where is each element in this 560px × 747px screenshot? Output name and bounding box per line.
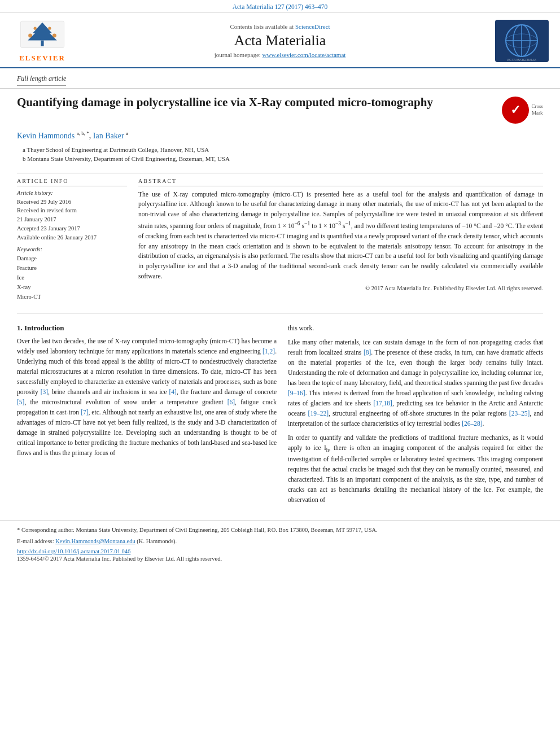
ref-19-22[interactable]: [19–22] [308, 410, 329, 417]
ref-8[interactable]: [8] [364, 349, 371, 356]
svg-point-4 [53, 34, 56, 38]
ref-7[interactable]: [7] [81, 409, 88, 416]
homepage-prefix: journal homepage: [215, 51, 262, 58]
elsevier-tree-icon [14, 19, 71, 53]
ref-26-28[interactable]: [26–28] [462, 420, 482, 427]
crossmark-label: CrossMark [531, 103, 543, 116]
keywords-label: Keywords: [17, 246, 127, 252]
sciencedirect-line: Contents lists available at ScienceDirec… [73, 23, 487, 30]
author-ian-sup: a [126, 130, 128, 136]
abstract-column: ABSTRACT The use of X-ray computed micro… [138, 178, 543, 302]
issn-text: 1359-6454/© 2017 Acta Materialia Inc. Pu… [17, 556, 543, 562]
revised-date: 21 January 2017 [17, 215, 127, 224]
abstract-text: The use of X-ray computed micro-tomograp… [138, 190, 543, 282]
article-type-section: Full length article [0, 68, 560, 89]
author-ian-link[interactable]: Ian Baker [93, 132, 124, 140]
page-container: Acta Materialia 127 (2017) 463–470 [0, 0, 560, 747]
intro-paragraph-1: Over the last two decades, the use of X-… [17, 337, 277, 458]
ref-5[interactable]: [5] [17, 399, 24, 405]
available-date: Available online 26 January 2017 [17, 233, 127, 242]
acta-materialia-logo-icon: ACTA MATERIALIA [495, 20, 549, 62]
article-history-label: Article history: [17, 190, 127, 196]
article-title-section: Quantifying damage in polycrystalline ic… [0, 89, 560, 127]
email-line: E-mail address: Kevin.Hammonds@Montana.e… [17, 537, 543, 546]
svg-rect-1 [41, 41, 43, 46]
body-left-column: 1. Introduction Over the last two decade… [17, 324, 277, 509]
journal-logo-right-section: ACTA MATERIALIA [487, 20, 549, 62]
elsevier-logo: ELSEVIER [11, 19, 73, 63]
article-title: Quantifying damage in polycrystalline ic… [17, 94, 502, 110]
affiliations-section: a Thayer School of Engineering at Dartmo… [0, 143, 560, 168]
citation-bar: Acta Materialia 127 (2017) 463–470 [0, 0, 560, 13]
keyword-microct: Micro-CT [17, 292, 127, 302]
article-info-header: ARTICLE INFO [17, 178, 127, 186]
intro-heading: 1. Introduction [17, 324, 277, 333]
journal-title: Acta Materialia [73, 32, 487, 49]
sciencedirect-link[interactable]: ScienceDirect [295, 23, 330, 30]
journal-homepage-link[interactable]: www.elsevier.com/locate/actamat [262, 51, 346, 58]
email-name: (K. Hammonds). [137, 538, 177, 544]
elsevier-label: ELSEVIER [19, 54, 65, 63]
section-divider-1 [17, 173, 543, 173]
footer-section: * Corresponding author. Montana State Un… [0, 521, 560, 565]
section-title: Introduction [24, 324, 64, 332]
elsevier-logo-section: ELSEVIER [11, 19, 73, 63]
svg-point-5 [34, 27, 37, 30]
affiliation-b: b Montana State University, Department o… [23, 154, 543, 164]
article-type-label: Full length article [17, 75, 66, 86]
svg-point-6 [48, 27, 51, 30]
body-right-column: this work. Like many other materials, ic… [288, 324, 543, 509]
ref-3[interactable]: [3] [41, 388, 48, 395]
sciencedirect-prefix: Contents lists available at [230, 23, 295, 30]
ref-1-2[interactable]: [1,2] [262, 348, 275, 355]
journal-center-info: Contents lists available at ScienceDirec… [73, 23, 487, 58]
corresponding-author-label: * Corresponding author. [17, 527, 75, 533]
ref-17-18[interactable]: [17,18] [373, 400, 392, 407]
journal-homepage-line: journal homepage: www.elsevier.com/locat… [73, 51, 487, 58]
corresponding-author-details: Montana State University, Department of … [76, 527, 377, 533]
ref-9-16[interactable]: [9–16] [288, 390, 305, 396]
citation-text: Acta Materialia 127 (2017) 463–470 [233, 3, 328, 10]
svg-text:ACTA MATERIALIA: ACTA MATERIALIA [507, 58, 536, 62]
keyword-xray: X-ray [17, 283, 127, 292]
section-divider-2 [17, 313, 543, 313]
article-info-abstract-section: ARTICLE INFO Article history: Received 2… [0, 178, 560, 309]
crossmark-badge: ✓ CrossMark [502, 97, 543, 124]
keyword-ice: Ice [17, 273, 127, 283]
main-content-section: 1. Introduction Over the last two decade… [0, 318, 560, 514]
keyword-fracture: Fracture [17, 264, 127, 273]
corresponding-author-note: * Corresponding author. Montana State Un… [17, 526, 543, 535]
copyright-text: © 2017 Acta Materialia Inc. Published by… [138, 285, 543, 291]
crossmark-icon: ✓ [502, 97, 529, 124]
doi-anchor[interactable]: http://dx.doi.org/10.1016/j.actamat.2017… [17, 548, 130, 554]
author-kevin-sup: a, b, * [77, 130, 89, 136]
authors-section: Kevin Hammonds a, b, *, Ian Baker a [0, 127, 560, 143]
email-label: E-mail address: [17, 538, 55, 544]
author-kevin-link[interactable]: Kevin Hammonds [17, 132, 75, 140]
received-revised-label: Received in revised form [17, 206, 127, 215]
received-date: Received 29 July 2016 [17, 198, 127, 207]
author-email-link[interactable]: Kevin.Hammonds@Montana.edu [55, 538, 135, 544]
keywords-section: Keywords: Damage Fracture Ice X-ray Micr… [17, 246, 127, 302]
svg-point-3 [28, 34, 32, 38]
ref-23-25[interactable]: [23–25] [509, 410, 530, 417]
abstract-header: ABSTRACT [138, 178, 543, 186]
accepted-date: Accepted 23 January 2017 [17, 224, 127, 233]
journal-header: ELSEVIER Contents lists available at Sci… [0, 13, 560, 68]
section-number: 1. [17, 324, 24, 332]
intro-paragraph-1-cont: this work. [288, 324, 543, 334]
doi-link[interactable]: http://dx.doi.org/10.1016/j.actamat.2017… [17, 548, 543, 554]
keyword-damage: Damage [17, 254, 127, 264]
intro-paragraph-2: Like many other materials, ice can susta… [288, 338, 543, 429]
authors-line: Kevin Hammonds a, b, *, Ian Baker a [17, 130, 543, 141]
affiliation-a: a Thayer School of Engineering at Dartmo… [23, 145, 543, 155]
ref-4[interactable]: [4] [169, 388, 176, 395]
intro-paragraph-3: In order to quantify and validate the pr… [288, 433, 543, 505]
ref-6[interactable]: [6] [228, 399, 235, 405]
article-info-column: ARTICLE INFO Article history: Received 2… [17, 178, 127, 302]
